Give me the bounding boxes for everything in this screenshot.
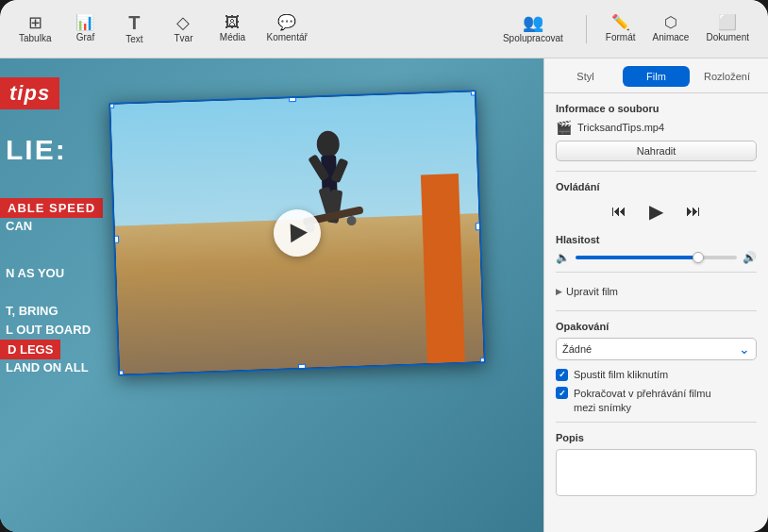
canvas-lie-text: LIE: [0, 132, 73, 168]
toolbar-komentar[interactable]: 💬 Komentář [259, 11, 314, 46]
animate-icon: ⬡ [664, 15, 677, 30]
canvas-legs-text: D LEGS [0, 340, 60, 359]
playback-controls: ⏮ ▶ ⏭ [556, 198, 757, 224]
media-icon: 🖼 [225, 15, 240, 30]
main-area: tips LIE: ABLE SPEED CAN N AS YOU T, BRI… [0, 58, 768, 532]
graf-label: Graf [76, 32, 94, 42]
controls-section-label: Ovládání [556, 181, 757, 192]
tabulka-label: Tabulka [19, 33, 51, 43]
tab-rozlozeni[interactable]: Rozložení [693, 66, 760, 87]
komentar-label: Komentář [266, 32, 307, 42]
file-type-icon: 🎬 [556, 120, 572, 135]
toolbar-text[interactable]: T Text [111, 9, 157, 48]
video-wall [421, 174, 465, 363]
toolbar-document[interactable]: ⬜ Dokument [698, 11, 757, 46]
chevron-right-icon: ▶ [556, 287, 562, 296]
format-toolbar-tabs: ✏️ Formát ⬡ Animace ⬜ Dokument [598, 11, 757, 46]
format-icon: ✏️ [611, 15, 630, 30]
tab-styl[interactable]: Styl [552, 66, 619, 87]
canvas-bring-text: T, BRING [0, 302, 64, 320]
komentar-icon: 💬 [277, 15, 296, 30]
description-textarea[interactable] [556, 449, 757, 496]
checkbox-continue-label: Pokračovat v přehrávání filmumezi snímky [574, 387, 711, 414]
toolbar-media[interactable]: 🖼 Média [209, 11, 255, 46]
animate-tab-label: Animace [653, 32, 690, 42]
svg-point-8 [346, 216, 356, 225]
volume-slider[interactable] [576, 256, 737, 259]
selection-handle-tl[interactable] [109, 101, 114, 108]
tvar-icon: ◇ [176, 14, 190, 31]
toolbar-divider [586, 15, 587, 43]
toolbar-tabulka[interactable]: ⊞ Tabulka [11, 10, 58, 47]
panel-tabs: Styl Film Rozložení [544, 58, 768, 93]
toolbar-animate[interactable]: ⬡ Animace [645, 11, 697, 46]
repeat-value: Žádné [562, 343, 739, 355]
tvar-label: Tvar [174, 33, 192, 43]
toolbar: ⊞ Tabulka 📊 Graf T Text ◇ Tvar 🖼 Média 💬… [0, 0, 768, 58]
volume-row: 🔈 🔊 [556, 251, 757, 264]
checkbox-autoplay[interactable]: ✓ [556, 369, 568, 381]
document-icon: ⬜ [718, 15, 737, 30]
collaborate-icon: 👥 [523, 14, 543, 31]
volume-section-label: Hlasitost [556, 234, 757, 245]
desc-section-label: Popis [556, 432, 757, 443]
repeat-section-label: Opakování [556, 321, 757, 332]
panel-content: Informace o souboru 🎬 TricksandTips.mp4 … [544, 93, 768, 532]
selection-handle-ml[interactable] [111, 236, 119, 243]
canvas-speed-text: ABLE SPEED [0, 198, 103, 218]
toolbar-tvar[interactable]: ◇ Tvar [160, 10, 206, 47]
canvas-land-text: LAND ON ALL [0, 358, 94, 376]
checkbox-continue[interactable]: ✓ [556, 387, 568, 399]
tabulka-icon: ⊞ [28, 14, 42, 31]
volume-high-icon: 🔊 [743, 251, 757, 264]
rewind-button[interactable]: ⏮ [608, 198, 630, 224]
video-inner [110, 91, 484, 374]
canvas-area[interactable]: tips LIE: ABLE SPEED CAN N AS YOU T, BRI… [0, 58, 543, 532]
text-icon: T [128, 13, 140, 32]
graf-icon: 📊 [75, 15, 94, 30]
document-tab-label: Dokument [706, 32, 749, 42]
file-name-text: TricksandTips.mp4 [577, 122, 757, 133]
collaborate-label: Spolupracovat [503, 33, 563, 43]
format-tab-label: Formát [606, 32, 636, 42]
file-info-row: 🎬 TricksandTips.mp4 [556, 120, 757, 135]
divider-1 [556, 171, 757, 172]
svg-point-0 [316, 130, 340, 158]
toolbar-format[interactable]: ✏️ Formát [598, 11, 643, 46]
checkbox-row-2: ✓ Pokračovat v přehrávání filmumezi sním… [556, 387, 757, 414]
chevron-down-icon: ⌄ [739, 341, 750, 357]
repeat-select[interactable]: Žádné ⌄ [556, 338, 757, 360]
checkbox-row-1: ✓ Spustit film kliknutím [556, 368, 757, 381]
volume-thumb[interactable] [693, 252, 704, 263]
divider-3 [556, 310, 757, 311]
toolbar-graf[interactable]: 📊 Graf [62, 11, 108, 46]
volume-low-icon: 🔈 [556, 251, 570, 264]
toolbar-collaborate[interactable]: 👥 Spolupracovat [492, 10, 575, 47]
tab-film[interactable]: Film [623, 66, 690, 87]
canvas-board-text: L OUT BOARD [0, 321, 96, 339]
toolbar-right: ✏️ Formát ⬡ Animace ⬜ Dokument [598, 11, 757, 46]
play-triangle-icon [291, 224, 309, 243]
play-button[interactable]: ▶ [645, 198, 667, 224]
divider-2 [556, 272, 757, 273]
forward-button[interactable]: ⏭ [682, 198, 705, 224]
right-panel: Styl Film Rozložení Informace o souboru … [543, 58, 768, 532]
edit-film-row[interactable]: ▶ Upravit film [556, 280, 757, 303]
canvas-asyou-text: N AS YOU [0, 264, 70, 282]
text-label: Text [125, 34, 142, 44]
media-label: Média [220, 32, 245, 42]
checkbox-autoplay-label: Spustit film kliknutím [574, 368, 668, 381]
canvas-can-text: CAN [0, 217, 38, 235]
file-section-label: Informace o souboru [556, 103, 757, 114]
video-container[interactable] [109, 90, 486, 375]
divider-4 [556, 422, 757, 423]
canvas-tips-text: tips [0, 77, 59, 109]
app-window: ⊞ Tabulka 📊 Graf T Text ◇ Tvar 🖼 Média 💬… [0, 0, 768, 532]
selection-handle-tm[interactable] [289, 94, 296, 102]
edit-film-label: Upravit film [566, 286, 618, 297]
replace-button[interactable]: Nahradit [556, 141, 757, 161]
